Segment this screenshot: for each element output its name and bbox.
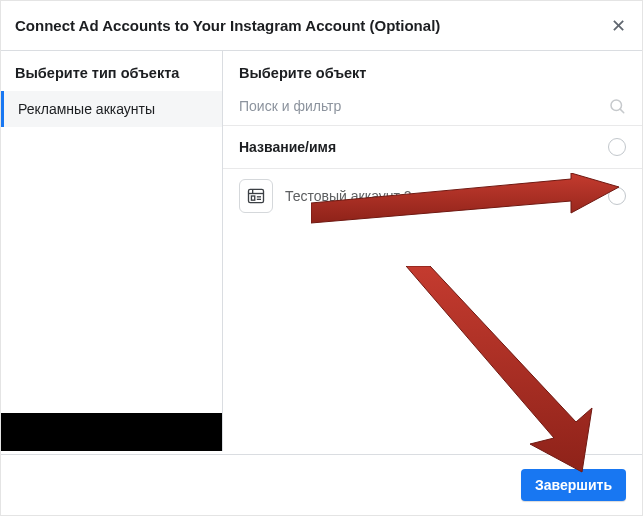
search-input[interactable] [239,98,608,114]
dialog-header: Connect Ad Accounts to Your Instagram Ac… [1,1,642,51]
sidebar-title: Выберите тип объекта [1,51,222,91]
finish-button[interactable]: Завершить [521,469,626,501]
row-radio[interactable] [608,187,626,205]
close-icon[interactable]: ✕ [611,17,626,35]
sidebar: Выберите тип объекта Рекламные аккаунты [1,51,223,451]
search-icon[interactable] [608,97,626,115]
table-row[interactable]: Тестовый аккаунт 2 [223,169,642,223]
svg-rect-2 [249,189,264,202]
ad-account-icon [239,179,273,213]
select-all-radio[interactable] [608,138,626,156]
main-title: Выберите объект [223,51,642,91]
sidebar-item-ad-accounts[interactable]: Рекламные аккаунты [1,91,222,127]
account-label: Тестовый аккаунт 2 [285,188,596,204]
table-header: Название/имя [223,126,642,169]
search-row [223,91,642,126]
dialog-body: Выберите тип объекта Рекламные аккаунты … [1,51,642,451]
column-header-name: Название/имя [239,139,336,155]
main-panel: Выберите объект Название/имя [223,51,642,451]
svg-line-1 [620,109,624,113]
sidebar-bottom-strip [1,413,222,451]
svg-rect-3 [251,196,254,200]
dialog-title: Connect Ad Accounts to Your Instagram Ac… [15,17,440,34]
dialog-footer: Завершить [1,454,642,515]
sidebar-item-label: Рекламные аккаунты [18,101,155,117]
